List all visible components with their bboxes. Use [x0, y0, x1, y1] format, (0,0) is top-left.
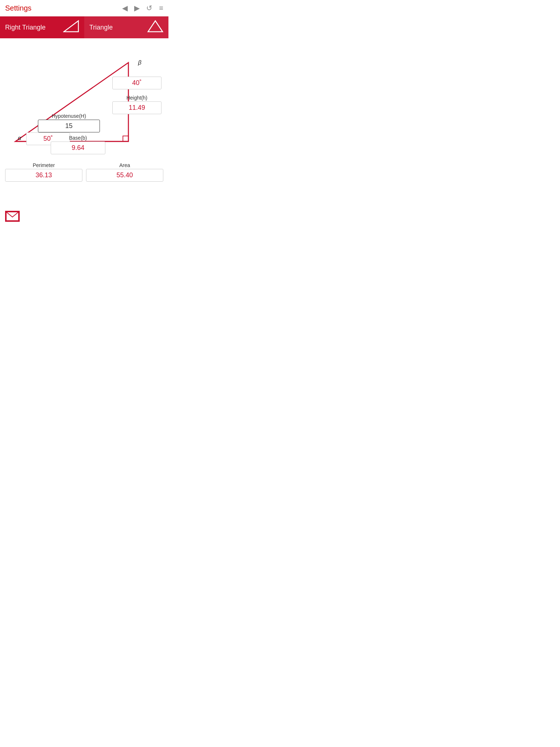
base-input[interactable]	[51, 142, 105, 154]
hypotenuse-label: Hypotenuse(H)	[38, 113, 100, 119]
svg-marker-1	[148, 21, 163, 32]
forward-icon[interactable]: ▶	[134, 4, 140, 12]
beta-angle-input[interactable]	[112, 77, 162, 89]
perimeter-label: Perimeter	[5, 162, 82, 168]
mail-area	[0, 211, 168, 222]
triangle-icon	[147, 20, 163, 35]
height-label: Height(h)	[112, 95, 162, 101]
area-label: Area	[86, 162, 163, 168]
diagram-area: α Hypotenuse(H) β Height(h) Base(b)	[5, 42, 163, 159]
tab-triangle-label: Triangle	[89, 24, 113, 31]
svg-rect-3	[123, 136, 128, 142]
undo-icon[interactable]: ↺	[146, 4, 152, 12]
tab-triangle[interactable]: Triangle	[84, 16, 168, 38]
area-input[interactable]	[86, 169, 163, 182]
tab-right-triangle-label: Right Triangle	[5, 24, 46, 31]
mail-svg	[6, 212, 19, 221]
hypotenuse-input[interactable]	[38, 120, 100, 132]
alpha-greek-label: α	[18, 135, 21, 142]
settings-title: Settings	[5, 4, 122, 12]
mail-icon[interactable]	[5, 211, 20, 222]
result-fields: Perimeter Area	[5, 162, 163, 182]
hypotenuse-field: Hypotenuse(H)	[38, 113, 100, 132]
height-field: Height(h)	[112, 95, 162, 114]
beta-angle-field	[112, 77, 162, 89]
header: Settings ◀ ▶ ↺ ≡	[0, 0, 168, 16]
tabs-bar: Right Triangle Triangle	[0, 16, 168, 38]
main-content: α Hypotenuse(H) β Height(h) Base(b)	[0, 38, 168, 189]
perimeter-input[interactable]	[5, 169, 82, 182]
back-icon[interactable]: ◀	[122, 4, 128, 12]
tab-right-triangle[interactable]: Right Triangle	[0, 16, 84, 38]
area-field: Area	[86, 162, 163, 182]
base-label: Base(b)	[51, 135, 105, 141]
menu-icon[interactable]: ≡	[159, 4, 163, 12]
right-triangle-icon	[63, 20, 79, 35]
base-field: Base(b)	[51, 135, 105, 154]
height-input[interactable]	[112, 101, 162, 114]
header-icons: ◀ ▶ ↺ ≡	[122, 4, 163, 12]
beta-greek-label: β	[138, 59, 141, 66]
perimeter-field: Perimeter	[5, 162, 82, 182]
svg-marker-0	[64, 21, 78, 32]
